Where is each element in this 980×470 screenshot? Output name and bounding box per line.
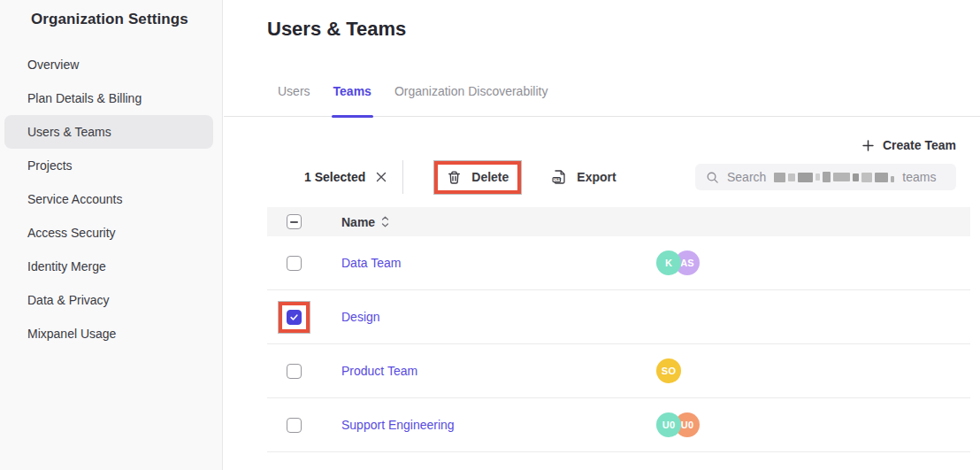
tab-teams-label: Teams (333, 84, 371, 98)
create-team-button[interactable]: Create Team (861, 138, 956, 152)
delete-button[interactable]: Delete (441, 166, 514, 189)
teams-table: Name Data Team (267, 207, 970, 452)
active-tab-underline (332, 115, 373, 118)
sidebar-item-plan-details-billing[interactable]: Plan Details & Billing (4, 81, 213, 115)
search-placeholder-suffix: teams (902, 170, 936, 184)
toolbar-divider (402, 160, 403, 194)
member-avatars: SO (656, 358, 681, 383)
row-checkbox-design[interactable] (287, 310, 302, 325)
sidebar-item-overview[interactable]: Overview (4, 48, 213, 81)
table-row-support-engineering: Support Engineering U0 U0 (267, 398, 970, 452)
sidebar-item-projects[interactable]: Projects (4, 149, 213, 182)
avatar: SO (656, 358, 681, 383)
clear-selection-button[interactable] (374, 170, 388, 184)
search-icon (706, 171, 719, 184)
tab-bar: Users Teams Organization Discoverability (224, 84, 980, 117)
sort-updown-icon (381, 216, 389, 227)
redacted-org-name (774, 172, 894, 182)
row-checkbox-support-engineering[interactable] (287, 418, 302, 433)
row-checkbox-product-team[interactable] (287, 364, 302, 379)
sidebar: Organization Settings Overview Plan Deta… (0, 0, 223, 470)
table-row-product-team: Product Team SO (267, 344, 970, 398)
team-link-design[interactable]: Design (341, 310, 380, 324)
create-team-row: Create Team (224, 138, 980, 152)
annotation-box-delete: Delete (434, 161, 521, 194)
checkmark-icon (289, 312, 299, 322)
sidebar-nav: Overview Plan Details & Billing Users & … (0, 48, 222, 351)
plus-icon (861, 139, 875, 152)
team-link-product-team[interactable]: Product Team (341, 364, 417, 378)
tab-organization-discoverability[interactable]: Organization Discoverability (394, 84, 548, 116)
create-team-label: Create Team (883, 138, 956, 152)
sidebar-item-mixpanel-usage[interactable]: Mixpanel Usage (4, 317, 213, 351)
export-button-label: Export (577, 170, 616, 184)
table-row-data-team: Data Team K AS (267, 236, 970, 290)
sidebar-item-service-accounts[interactable]: Service Accounts (4, 182, 213, 216)
tab-teams[interactable]: Teams (333, 84, 371, 116)
team-link-support-engineering[interactable]: Support Engineering (341, 418, 455, 432)
organization-settings-page: Organization Settings Overview Plan Deta… (0, 0, 980, 470)
svg-text:CSV: CSV (555, 177, 562, 181)
avatar: U0 (656, 412, 681, 437)
table-header-row: Name (267, 207, 970, 236)
row-checkbox-data-team[interactable] (287, 256, 302, 271)
sidebar-item-users-teams[interactable]: Users & Teams (4, 115, 213, 149)
sidebar-item-access-security[interactable]: Access Security (4, 216, 213, 250)
annotation-box-design-checkbox (279, 302, 310, 333)
delete-button-label: Delete (471, 170, 509, 184)
trash-icon (447, 170, 462, 185)
column-header-name[interactable]: Name (341, 215, 558, 229)
member-avatars: K AS (656, 250, 700, 275)
member-avatars: U0 U0 (656, 412, 700, 437)
export-button[interactable]: CSV Export (546, 166, 621, 189)
name-column-label: Name (341, 215, 375, 229)
team-link-data-team[interactable]: Data Team (341, 256, 401, 270)
close-icon (376, 172, 387, 182)
main-content: Users & Teams Users Teams Organization D… (224, 0, 980, 470)
selected-count-label: 1 Selected (304, 170, 365, 184)
page-title: Users & Teams (267, 18, 980, 41)
sidebar-item-data-privacy[interactable]: Data & Privacy (4, 283, 213, 317)
search-input[interactable]: Search teams (695, 164, 956, 190)
search-placeholder-prefix: Search (727, 170, 766, 184)
indeterminate-dash-icon (290, 221, 298, 223)
avatar: K (656, 250, 681, 275)
tab-users[interactable]: Users (278, 84, 310, 116)
selection-status: 1 Selected (304, 170, 388, 184)
select-all-checkbox[interactable] (287, 214, 302, 229)
sidebar-item-identity-merge[interactable]: Identity Merge (4, 250, 213, 283)
sidebar-title: Organization Settings (0, 0, 222, 28)
csv-file-icon: CSV (551, 169, 567, 185)
table-row-design: Design (267, 290, 970, 344)
bulk-action-toolbar: 1 Selected (224, 158, 980, 196)
